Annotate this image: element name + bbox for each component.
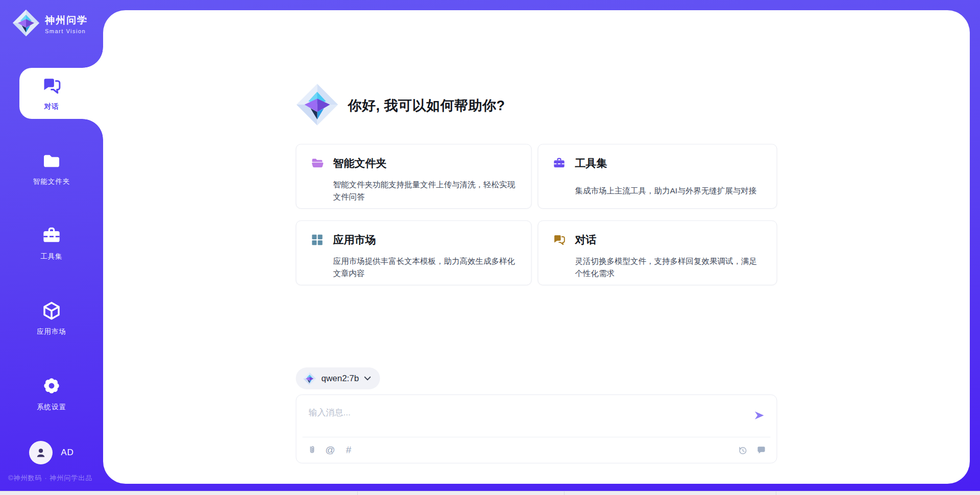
chat-icon [41,76,62,98]
send-icon[interactable] [753,409,766,422]
card-smart-folder[interactable]: 智能文件夹 智能文件夹功能支持批量文件上传与清洗，轻松实现文件问答 [296,144,532,209]
history-icon[interactable] [738,445,748,456]
card-description: 应用市场提供丰富长文本模板，助力高效生成多样化文章内容 [333,255,519,285]
main-panel: 你好, 我可以如何帮助你? 智能文件夹 智能文件夹功能支持批量文件上传与清洗，轻… [103,10,970,484]
chat-icon [553,233,566,246]
copyright-footer: ©神州数码 · 神州问学出品 [8,474,92,483]
card-chat[interactable]: 对话 灵活切换多模型文件，支持多样回复效果调试，满足个性化需求 [538,220,777,285]
brand-name: 神州问学 [45,14,88,27]
brand-subtitle: Smart Vision [45,28,88,34]
feature-cards: 智能文件夹 智能文件夹功能支持批量文件上传与清洗，轻松实现文件问答 工具集 [296,144,777,285]
app-root: 神州问学 Smart Vision 对话 智能文件夹 [0,0,980,495]
bottom-edge-strip [0,491,980,495]
sidebar-item-label: 工具集 [40,252,63,261]
user-profile[interactable]: AD [0,441,103,464]
open-folder-icon [311,157,324,170]
hash-icon[interactable]: # [344,445,354,456]
cube-icon [41,301,62,323]
sidebar-item-smart-folder[interactable]: 智能文件夹 [0,143,103,194]
sidebar: 神州问学 Smart Vision 对话 智能文件夹 [0,0,103,491]
card-title: 智能文件夹 [333,156,519,176]
sidebar-item-toolset[interactable]: 工具集 [0,218,103,269]
card-description: 集成市场上主流工具，助力AI与外界无缝扩展与对接 [575,185,765,208]
sidebar-item-label: 系统设置 [37,403,66,412]
folder-icon [41,151,62,173]
gear-icon [41,375,62,399]
model-name: qwen2:7b [322,374,359,384]
card-app-market[interactable]: 应用市场 应用市场提供丰富长文本模板，助力高效生成多样化文章内容 [296,220,532,285]
card-title: 对话 [575,233,765,252]
sidebar-item-chat[interactable]: 对话 [0,68,103,119]
comment-icon[interactable] [756,445,767,456]
card-title: 应用市场 [333,233,519,252]
diamond-logo-icon [296,83,339,128]
card-title: 工具集 [575,156,765,182]
chevron-down-icon [364,376,371,381]
message-composer: @ # [296,394,777,463]
sidebar-item-label: 应用市场 [37,327,66,336]
message-input[interactable] [309,405,738,420]
card-toolset[interactable]: 工具集 集成市场上主流工具，助力AI与外界无缝扩展与对接 [538,144,777,209]
avatar [29,441,53,464]
greeting-title: 你好, 我可以如何帮助你? [348,96,505,115]
brand: 神州问学 Smart Vision [12,9,88,39]
toolbox-icon [41,226,62,248]
sidebar-item-app-market[interactable]: 应用市场 [0,293,103,344]
brand-diamond-logo-icon [12,9,40,39]
grid-icon [311,233,324,246]
toolbox-icon [553,157,566,170]
greeting: 你好, 我可以如何帮助你? [296,83,777,128]
sidebar-item-label: 智能文件夹 [33,177,70,186]
tab-fillet-top [83,47,103,68]
sidebar-item-label: 对话 [44,102,59,111]
card-description: 灵活切换多模型文件，支持多样回复效果调试，满足个性化需求 [575,255,765,285]
card-description: 智能文件夹功能支持批量文件上传与清洗，轻松实现文件问答 [333,179,519,208]
model-selector[interactable]: qwen2:7b [296,367,380,389]
diamond-logo-icon [303,372,316,385]
sidebar-item-settings[interactable]: 系统设置 [0,368,103,419]
at-icon[interactable]: @ [325,445,336,456]
paperclip-icon[interactable] [307,445,317,456]
tab-fillet-bottom [83,119,103,139]
user-name: AD [61,448,74,458]
